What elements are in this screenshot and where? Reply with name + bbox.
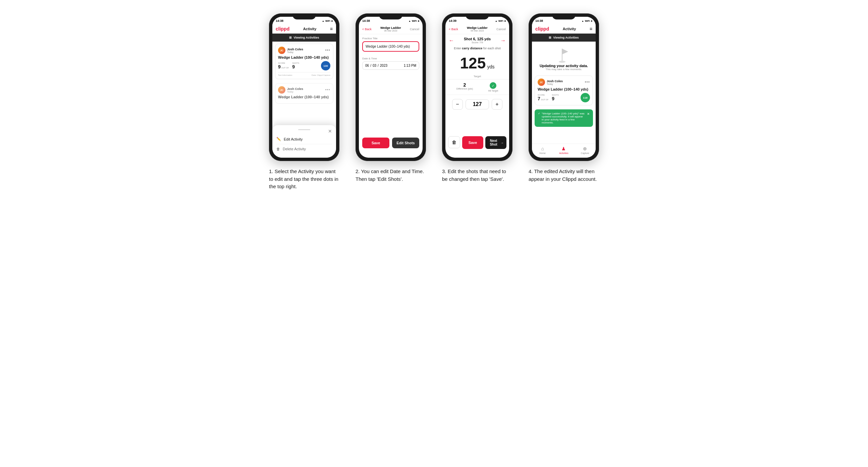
signal-icon: ▲ bbox=[322, 20, 324, 22]
phone-1-card-2-menu[interactable]: ••• bbox=[325, 88, 330, 92]
success-icon: ✓ bbox=[538, 112, 540, 115]
target-label: Target bbox=[445, 75, 509, 78]
viewing-banner-text: Viewing Activities bbox=[293, 36, 319, 39]
nav-home[interactable]: ⌂ Home bbox=[532, 146, 553, 154]
phone-4-card[interactable]: JC Josh Coles Today ••• Wedge Ladder (10… bbox=[535, 75, 593, 105]
difference-label: Difference (yds) bbox=[457, 88, 473, 90]
phone-4-caption: 4. The edited Activity will then appear … bbox=[529, 168, 599, 183]
phone-1-caption: 1. Select the Activity you want to edit … bbox=[269, 168, 339, 191]
shot-title: Shot 6, 125 yds bbox=[464, 37, 491, 41]
home-label: Home bbox=[539, 152, 546, 154]
edit-activity-label: Edit Activity bbox=[284, 137, 303, 141]
success-close-icon[interactable]: ✕ bbox=[587, 112, 590, 116]
phone-4-logo: clippd bbox=[535, 26, 549, 32]
svg-marker-1 bbox=[562, 49, 568, 54]
yardage-number: 125 bbox=[460, 54, 486, 72]
wifi-icon: WiFi bbox=[498, 20, 503, 22]
phone-4-notch bbox=[552, 13, 576, 20]
phone-2-status-icons: ▲ WiFi ■ bbox=[408, 20, 419, 22]
phone-1-shots-value: 9 bbox=[292, 64, 299, 69]
activities-icon: ♟ bbox=[561, 146, 566, 151]
phone-2-back-button[interactable]: < Back bbox=[362, 28, 372, 31]
shot-metrics: 2 Difference (yds) ✓ Hit Target bbox=[445, 79, 509, 95]
phone-4-shots-value: 9 bbox=[552, 96, 559, 101]
nav-capture[interactable]: ⊕ Capture bbox=[575, 146, 596, 154]
phone-2-edit-date: 06 Mar 2023 bbox=[380, 30, 401, 32]
phone-1-menu-icon[interactable]: ≡ bbox=[330, 26, 333, 32]
phone-1-score-value: 9 OUT OF bbox=[278, 64, 289, 69]
practice-title-input[interactable]: Wedge Ladder (100–140 yds) bbox=[362, 41, 419, 52]
phone-4-header-title: Activity bbox=[563, 27, 576, 31]
phone-4-screen: 14:38 ▲ WiFi ■ clippd Activity ≡ ⊞ Viewi… bbox=[532, 17, 596, 158]
phone-1-card-1-avatar: JC bbox=[278, 46, 285, 54]
arrow-right-icon: → bbox=[500, 141, 504, 145]
phone-1-status-icons: ▲ WiFi ■ bbox=[322, 20, 333, 22]
phone-1-card-1-header: JC Josh Coles Today ••• bbox=[278, 46, 330, 54]
edit-activity-item[interactable]: ✏️ Edit Activity bbox=[276, 134, 332, 144]
phone-2-cancel-button[interactable]: Cancel bbox=[410, 28, 419, 31]
phone-4-column: 14:38 ▲ WiFi ■ clippd Activity ≡ ⊞ Viewi… bbox=[525, 13, 602, 183]
phone-1-card-2[interactable]: JC Josh Coles Today ••• Wedge Ladder (10… bbox=[275, 83, 333, 104]
phone-2-edit-shots-button[interactable]: Edit Shots bbox=[392, 137, 419, 148]
phone-4-card-stats: Score 7 OUT OF Shots 9 118 bbox=[538, 93, 590, 102]
phone-2-frame: 14:38 ▲ WiFi ■ < Back Wedge Ladder 06 Ma… bbox=[355, 13, 426, 161]
phone-1-screen: 14:38 ▲ WiFi ■ clippd Activity ≡ ⊞ Vie bbox=[272, 17, 336, 158]
phone-2-edit-header: < Back Wedge Ladder 06 Mar 2023 Cancel bbox=[359, 24, 423, 34]
day-value: 06 bbox=[365, 64, 369, 67]
phone-4-app-header: clippd Activity ≡ bbox=[532, 24, 596, 34]
increment-button[interactable]: + bbox=[492, 99, 502, 110]
phone-3-header-date: 06 Mar 2023 bbox=[467, 30, 488, 32]
phone-1-card-2-date: Today bbox=[287, 91, 303, 93]
phone-4-score-value: 7 OUT OF bbox=[538, 96, 548, 101]
phone-1-card-1-menu[interactable]: ••• bbox=[325, 48, 330, 53]
phone-1-frame: 14:38 ▲ WiFi ■ clippd Activity ≡ ⊞ Vie bbox=[269, 13, 339, 161]
difference-metric: 2 Difference (yds) bbox=[457, 82, 473, 92]
updating-title: Updating your activity data. bbox=[540, 64, 588, 68]
difference-value: 2 bbox=[457, 82, 473, 88]
phone-4-card-menu[interactable]: ••• bbox=[585, 80, 590, 85]
nav-activities[interactable]: ♟ Activities bbox=[553, 146, 574, 154]
updating-subtitle: This may take a few moments. bbox=[546, 68, 582, 71]
phone-3-status-icons: ▲ WiFi ■ bbox=[495, 20, 506, 22]
phone-1-card-1-user-info: JC Josh Coles Today bbox=[278, 46, 303, 54]
phone-2-time: 14:38 bbox=[362, 19, 370, 23]
phone-4-menu-icon[interactable]: ≡ bbox=[590, 26, 592, 32]
phone-1-card-1-username: Josh Coles bbox=[287, 48, 303, 51]
phone-3-next-shot-button[interactable]: Next Shot → bbox=[485, 136, 506, 149]
delete-shot-button[interactable]: 🗑 bbox=[448, 136, 460, 148]
phone-3-cancel-button[interactable]: Cancel bbox=[496, 28, 506, 31]
delete-activity-item[interactable]: 🗑 Delete Activity bbox=[276, 144, 332, 154]
phone-4-viewing-banner: ⊞ Viewing Activities bbox=[532, 34, 596, 41]
signal-icon: ▲ bbox=[495, 20, 497, 22]
signal-icon: ▲ bbox=[408, 20, 411, 22]
wifi-icon: WiFi bbox=[326, 20, 330, 22]
phone-3-back-button[interactable]: < Back bbox=[449, 28, 458, 31]
phone-3-save-button[interactable]: Save bbox=[462, 136, 483, 149]
phone-4-time: 14:38 bbox=[535, 19, 543, 23]
phone-1-quality-badge: 130 bbox=[321, 61, 330, 70]
phone-4-username: Josh Coles bbox=[547, 80, 563, 83]
phone-2-save-button[interactable]: Save bbox=[362, 137, 390, 148]
shot-distance-input[interactable] bbox=[466, 99, 489, 110]
shot-input-row: − + bbox=[445, 96, 509, 113]
phone-1-card-2-header: JC Josh Coles Today ••• bbox=[278, 86, 330, 94]
phone-1-header-title: Activity bbox=[303, 27, 317, 31]
phone-1-card-2-username: Josh Coles bbox=[287, 87, 303, 91]
phone-1-card-1[interactable]: JC Josh Coles Today ••• Wedge Ladder (10… bbox=[275, 43, 333, 79]
phone-1-app-header: clippd Activity ≡ bbox=[272, 24, 336, 34]
phone-3-shot-info: Shot 6, 125 yds Score 7/9 bbox=[464, 37, 491, 44]
decrement-button[interactable]: − bbox=[452, 99, 463, 110]
phone-3-screen: 14:39 ▲ WiFi ■ < Back Wedge Ladder 06 Ma… bbox=[445, 17, 509, 158]
prev-shot-button[interactable]: ← bbox=[449, 38, 454, 43]
phone-1-bottom-sheet: ✕ ✏️ Edit Activity 🗑 Delete Activity bbox=[272, 125, 336, 158]
datetime-input-row[interactable]: 06 / 03 / 2023 1:13 PM bbox=[362, 61, 419, 70]
phone-3-shot-header: < Back Wedge Ladder 06 Mar 2023 Cancel bbox=[445, 24, 509, 34]
sheet-close-button[interactable]: ✕ bbox=[328, 128, 332, 134]
phone-2-datetime-section: Date & Time 06 / 03 / 2023 1:13 PM bbox=[359, 54, 423, 72]
phone-1-column: 14:38 ▲ WiFi ■ clippd Activity ≡ ⊞ Vie bbox=[266, 13, 343, 191]
next-shot-nav-button[interactable]: → bbox=[500, 38, 506, 43]
month-value: 03 bbox=[373, 64, 376, 67]
filter-icon: ⊞ bbox=[549, 36, 551, 39]
battery-icon: ■ bbox=[591, 20, 592, 22]
phone-4-card-title: Wedge Ladder (100–140 yds) bbox=[538, 87, 590, 91]
